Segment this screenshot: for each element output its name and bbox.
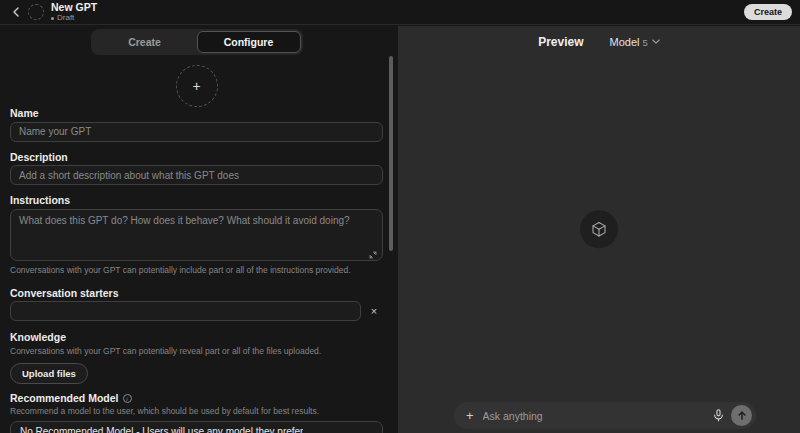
microphone-button[interactable] (708, 406, 728, 426)
model-picker-value: 5 (643, 37, 648, 48)
configure-panel: Create Configure + Name Description Inst… (0, 26, 398, 433)
conversation-starters-label: Conversation starters (10, 288, 383, 299)
gpt-editor-window: New GPT Draft Create Create Configure + (0, 0, 800, 433)
status-badge: Draft (51, 14, 97, 22)
cube-icon (590, 220, 608, 238)
conversation-starter-row: × (10, 301, 383, 321)
title-block: New GPT Draft (51, 2, 97, 23)
preview-title: Preview (538, 35, 583, 49)
create-gpt-button[interactable]: Create (744, 4, 792, 20)
arrow-up-icon (737, 410, 747, 421)
instructions-helper: Conversations with your GPT can potentia… (10, 265, 383, 275)
recommended-model-select[interactable]: No Recommended Model - Users will use an… (10, 421, 383, 433)
model-picker-label: Model (610, 36, 640, 48)
instructions-textarea[interactable] (10, 209, 383, 261)
draft-dot-icon (51, 17, 54, 20)
name-label: Name (10, 108, 383, 119)
send-button[interactable] (731, 405, 752, 426)
tabs-pill: Create Configure (91, 29, 303, 55)
model-picker-dropdown[interactable]: Model 5 (610, 36, 660, 48)
knowledge-label: Knowledge (10, 332, 383, 343)
conversation-starter-input[interactable] (10, 301, 361, 321)
instructions-wrap (10, 209, 383, 261)
chevron-down-icon (366, 429, 374, 433)
editor-tabs: Create Configure (10, 29, 383, 55)
name-input[interactable] (10, 122, 383, 142)
attach-plus-button[interactable]: + (466, 409, 474, 422)
expand-icon[interactable] (368, 246, 378, 256)
recommended-model-label-row: Recommended Model i (10, 393, 383, 404)
recommended-model-helper: Recommend a model to the user, which sho… (10, 406, 383, 416)
gpt-preview-avatar (580, 210, 618, 248)
composer-bar: + (454, 402, 756, 429)
gpt-avatar-placeholder-small (28, 4, 44, 20)
remove-starter-button[interactable]: × (365, 302, 383, 320)
chevron-down-icon (652, 39, 660, 45)
page-title: New GPT (51, 2, 97, 13)
main-split: Create Configure + Name Description Inst… (0, 26, 800, 433)
mic-icon (713, 409, 724, 422)
upload-files-button[interactable]: Upload files (10, 363, 88, 384)
instructions-label: Instructions (10, 195, 383, 206)
info-icon[interactable]: i (123, 394, 132, 403)
avatar-upload-row: + (10, 65, 383, 107)
recommended-model-value: No Recommended Model - Users will use an… (20, 426, 303, 433)
draft-label: Draft (57, 14, 74, 22)
plus-icon: + (466, 408, 474, 423)
avatar-upload-button[interactable]: + (176, 65, 218, 107)
back-button[interactable] (8, 4, 24, 20)
preview-panel: Preview Model 5 + (398, 26, 800, 433)
top-bar: New GPT Draft Create (0, 0, 800, 25)
ask-anything-input[interactable] (483, 410, 708, 422)
tab-create[interactable]: Create (93, 31, 197, 53)
recommended-model-label: Recommended Model (10, 393, 119, 404)
tab-configure[interactable]: Configure (197, 31, 301, 53)
knowledge-helper: Conversations with your GPT can potentia… (10, 346, 383, 356)
scrollbar-thumb[interactable] (389, 56, 393, 251)
preview-header: Preview Model 5 (398, 35, 800, 49)
chevron-left-icon (12, 7, 20, 17)
description-input[interactable] (10, 165, 383, 185)
plus-icon: + (192, 78, 200, 94)
close-icon: × (371, 305, 377, 317)
description-label: Description (10, 152, 383, 163)
